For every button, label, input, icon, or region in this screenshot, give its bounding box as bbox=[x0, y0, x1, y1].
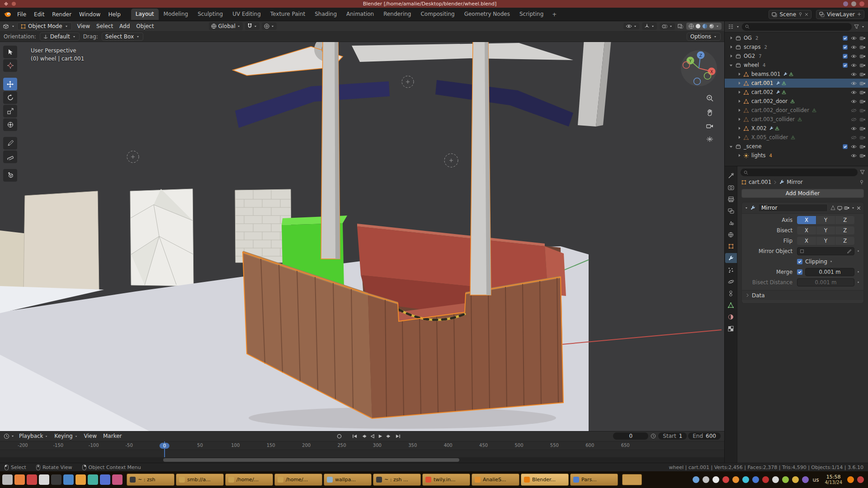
tr-first-icon[interactable] bbox=[352, 434, 358, 439]
viewlayer-selector[interactable]: ViewLayer bbox=[816, 10, 864, 19]
eye-icon[interactable] bbox=[851, 72, 857, 76]
taskbar-window-button[interactable]: /home/... bbox=[274, 474, 322, 486]
eye-icon[interactable] bbox=[851, 145, 857, 149]
tray-icon[interactable] bbox=[772, 476, 779, 483]
clock[interactable]: 15:584/13/24 bbox=[823, 474, 844, 485]
timeline-track-area[interactable] bbox=[0, 450, 724, 457]
keyboard-layout-indicator[interactable]: us bbox=[812, 477, 820, 483]
tray-icon[interactable] bbox=[712, 476, 719, 483]
taskbar-window-button[interactable]: ~ : zsh bbox=[127, 474, 175, 486]
viewport-menu-select[interactable]: Select bbox=[93, 22, 116, 30]
tr-play-icon[interactable] bbox=[378, 434, 383, 439]
tool-move-button[interactable] bbox=[3, 78, 17, 90]
taskbar-launcher-icon[interactable] bbox=[39, 474, 49, 485]
expand-icon[interactable] bbox=[728, 45, 734, 49]
outliner-row-cart.003_collider[interactable]: cart.003_collider bbox=[725, 115, 868, 124]
timeline-editor-icon[interactable] bbox=[4, 433, 9, 439]
expand-icon[interactable] bbox=[736, 127, 742, 130]
eye-icon[interactable] bbox=[851, 154, 857, 158]
checkbox-on-icon[interactable] bbox=[843, 63, 848, 68]
clock-icon[interactable] bbox=[651, 433, 656, 439]
outliner-row-cart.002_door[interactable]: cart.002_door bbox=[725, 97, 868, 106]
frame-end-field[interactable]: End 600 bbox=[688, 432, 721, 440]
timeline-menu-keying[interactable]: Keying bbox=[51, 432, 80, 440]
workspace-tab-sculpting[interactable]: Sculpting bbox=[193, 9, 227, 20]
camera-icon[interactable] bbox=[860, 45, 865, 49]
properties-tab-modifiers[interactable] bbox=[725, 253, 737, 263]
frame-start-field[interactable]: Start 1 bbox=[658, 432, 687, 440]
checkbox-on-icon[interactable] bbox=[843, 144, 848, 149]
tool-add-cube-button[interactable] bbox=[3, 169, 17, 182]
menu-edit[interactable]: Edit bbox=[30, 10, 48, 19]
menu-render[interactable]: Render bbox=[48, 10, 75, 19]
add-modifier-button[interactable]: Add Modifier bbox=[741, 189, 864, 198]
decorator-dot[interactable] bbox=[858, 271, 859, 272]
snap-toggle[interactable] bbox=[245, 23, 259, 30]
properties-tab-data[interactable] bbox=[725, 300, 737, 310]
eye-icon[interactable] bbox=[851, 36, 857, 40]
decorator-dot[interactable] bbox=[858, 250, 859, 252]
flip-z-toggle[interactable]: Z bbox=[835, 237, 854, 245]
checkbox-checked-icon[interactable] bbox=[797, 269, 802, 275]
tray-icon[interactable] bbox=[703, 476, 709, 483]
properties-tab-tool[interactable] bbox=[725, 171, 737, 181]
tray-icon[interactable] bbox=[802, 476, 809, 483]
extras-chevron-icon[interactable] bbox=[851, 206, 855, 210]
shading-wireframe-icon[interactable] bbox=[689, 23, 694, 29]
ortho-grid-icon[interactable] bbox=[706, 136, 713, 142]
window-menu-icon[interactable] bbox=[4, 1, 9, 6]
pin-icon[interactable] bbox=[798, 12, 802, 16]
tr-prevkey-icon[interactable] bbox=[361, 434, 367, 439]
expand-icon[interactable] bbox=[736, 108, 742, 112]
show-gizmo-dropdown[interactable] bbox=[642, 23, 657, 30]
collapse-icon[interactable] bbox=[728, 64, 734, 67]
new-layer-icon[interactable] bbox=[857, 12, 861, 16]
options-dropdown[interactable]: Options bbox=[687, 33, 721, 41]
tray-icon[interactable] bbox=[782, 476, 789, 483]
expand-icon[interactable] bbox=[736, 154, 742, 157]
current-frame-field[interactable]: 0 bbox=[613, 432, 648, 440]
bisect-z-toggle[interactable]: Z bbox=[835, 226, 854, 235]
data-subpanel[interactable]: Data bbox=[742, 290, 863, 300]
workspace-tab-scripting[interactable]: Scripting bbox=[515, 9, 548, 20]
tool-rotate-button[interactable] bbox=[3, 91, 17, 104]
tray-icon[interactable] bbox=[732, 476, 739, 483]
taskbar-window-button[interactable]: smb://a... bbox=[176, 474, 224, 486]
flip-x-toggle[interactable]: X bbox=[797, 237, 816, 245]
taskbar-window-button[interactable]: wallpa... bbox=[324, 474, 372, 486]
tray-icon[interactable] bbox=[742, 476, 749, 483]
workspace-tab-geometry-nodes[interactable]: Geometry Nodes bbox=[460, 9, 514, 20]
orientation-setting-dropdown[interactable]: Default bbox=[40, 33, 80, 41]
tray-icon[interactable] bbox=[752, 476, 759, 483]
outliner-editor-icon[interactable] bbox=[728, 24, 734, 29]
chevron-down-icon[interactable] bbox=[11, 435, 14, 438]
camera-icon[interactable] bbox=[860, 90, 865, 94]
taskbar-window-button[interactable]: Pars... bbox=[570, 474, 618, 486]
chevron-down-icon[interactable] bbox=[736, 25, 740, 28]
tool-measure-button[interactable] bbox=[3, 150, 17, 163]
camera-icon[interactable] bbox=[860, 99, 865, 103]
chevron-down-icon[interactable] bbox=[254, 25, 257, 28]
workspace-tab-uv-editing[interactable]: UV Editing bbox=[228, 9, 265, 20]
camera-icon[interactable] bbox=[860, 54, 865, 58]
taskbar-launcher-icon[interactable] bbox=[75, 474, 86, 485]
workspace-tab-layout[interactable]: Layout bbox=[131, 9, 159, 20]
outliner-row-wheel[interactable]: wheel4 bbox=[725, 61, 868, 70]
display-edit-icon[interactable] bbox=[830, 206, 835, 211]
tr-last-icon[interactable] bbox=[395, 434, 401, 439]
delete-modifier-icon[interactable] bbox=[857, 206, 861, 210]
outliner-row-cart.002_door_collider[interactable]: cart.002_door_collider bbox=[725, 106, 868, 115]
object-visibility-dropdown[interactable] bbox=[623, 23, 639, 29]
shading-solid-icon[interactable] bbox=[695, 23, 701, 29]
properties-tab-particles[interactable] bbox=[725, 265, 737, 275]
merge-value-field[interactable]: 0.001 m bbox=[805, 268, 854, 276]
menu-help[interactable]: Help bbox=[104, 10, 124, 19]
viewport-menu-object[interactable]: Object bbox=[133, 22, 157, 30]
viewport-menu-view[interactable]: View bbox=[74, 22, 93, 30]
decorator-dot[interactable] bbox=[830, 261, 832, 262]
timeline-scrollbar-thumb[interactable] bbox=[163, 458, 459, 462]
unlink-icon[interactable] bbox=[805, 13, 808, 16]
timeline-menu-playback[interactable]: Playback bbox=[16, 432, 51, 440]
taskbar-window-button[interactable]: ~ : zsh ... bbox=[373, 474, 421, 486]
bisect-distance-value-field[interactable]: 0.001 m bbox=[797, 278, 854, 286]
